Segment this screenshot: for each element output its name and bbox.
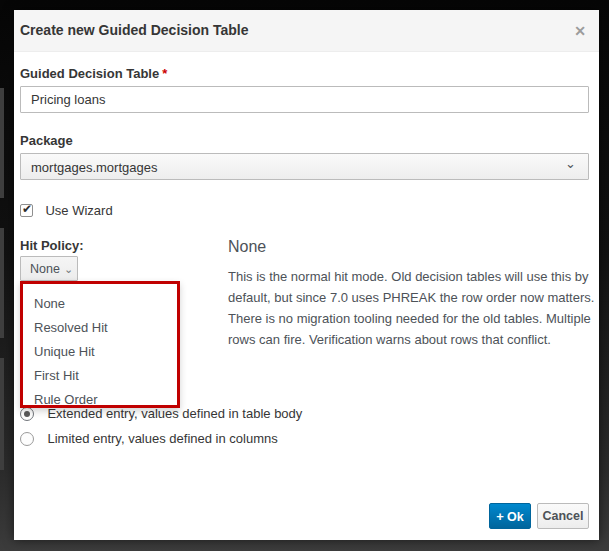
chevron-down-icon: ⌄ — [565, 156, 576, 171]
create-guided-decision-table-modal: Create new Guided Decision Table ✕ Guide… — [14, 10, 599, 540]
package-field-label: Package — [20, 133, 73, 148]
caret-down-icon: ⌄ — [64, 263, 73, 275]
menu-item-unique-hit[interactable]: Unique Hit — [23, 340, 177, 364]
required-asterisk: * — [162, 66, 167, 81]
hit-policy-label: Hit Policy: — [20, 238, 84, 253]
close-icon[interactable]: ✕ — [574, 21, 586, 41]
menu-item-none[interactable]: None — [23, 292, 177, 316]
menu-item-resolved-hit[interactable]: Resolved Hit — [23, 316, 177, 340]
backdrop-artifact — [0, 228, 4, 338]
hit-policy-dropdown-button[interactable]: None⌄ — [20, 256, 78, 281]
hit-policy-selected-value: None — [30, 262, 60, 276]
hit-policy-description-heading: None — [228, 238, 266, 256]
package-select-value: mortgages.mortgages — [31, 160, 157, 175]
use-wizard-checkbox[interactable]: ✔ — [20, 204, 33, 217]
use-wizard-label: Use Wizard — [45, 203, 112, 218]
limited-entry-radio-row[interactable]: Limited entry, values defined in columns — [20, 429, 278, 447]
cancel-button-label: Cancel — [543, 509, 584, 523]
extended-entry-radio[interactable] — [20, 407, 34, 421]
use-wizard-checkbox-row[interactable]: ✔ Use Wizard — [20, 201, 113, 219]
table-name-input[interactable] — [20, 86, 589, 113]
backdrop-artifact — [0, 88, 4, 198]
backdrop-artifact — [0, 358, 4, 470]
name-field-label: Guided Decision Table* — [20, 66, 167, 81]
package-select[interactable]: mortgages.mortgages ⌄ — [20, 153, 589, 180]
ok-button-label: Ok — [507, 510, 524, 524]
extended-entry-label: Extended entry, values defined in table … — [47, 406, 302, 421]
hit-policy-dropdown-menu: None Resolved Hit Unique Hit First Hit R… — [20, 281, 180, 408]
check-icon: ✔ — [22, 202, 32, 216]
cancel-button[interactable]: Cancel — [537, 503, 589, 529]
menu-item-rule-order[interactable]: Rule Order — [23, 388, 177, 408]
plus-icon: + — [496, 509, 504, 524]
limited-entry-label: Limited entry, values defined in columns — [47, 431, 277, 446]
modal-title: Create new Guided Decision Table — [20, 22, 248, 38]
ok-button[interactable]: +Ok — [489, 503, 531, 529]
menu-item-first-hit[interactable]: First Hit — [23, 364, 177, 388]
hit-policy-description-text: This is the normal hit mode. Old decisio… — [228, 266, 602, 350]
modal-header: Create new Guided Decision Table ✕ — [14, 10, 599, 52]
limited-entry-radio[interactable] — [20, 432, 34, 446]
